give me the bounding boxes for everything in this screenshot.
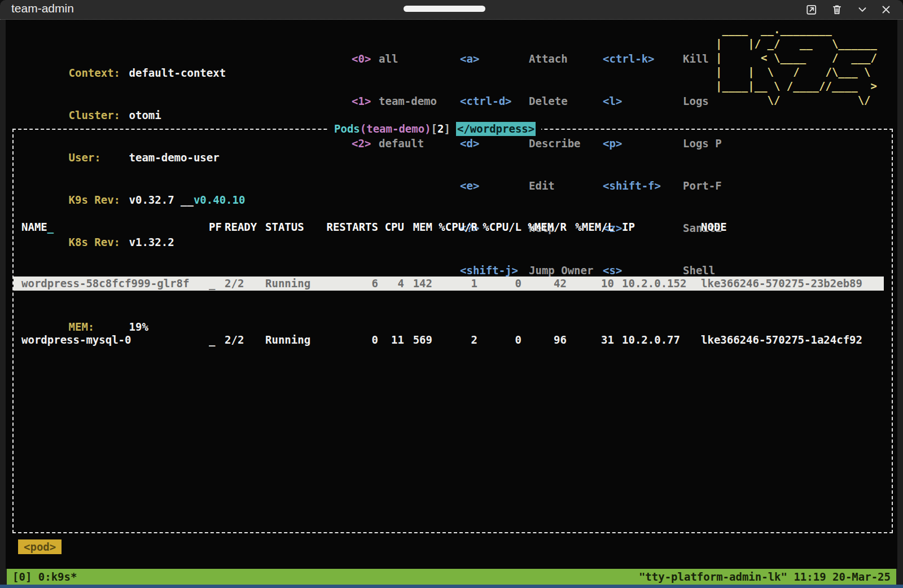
hotkey-key: <l>: [603, 94, 683, 108]
filter-badge: </wordpress>: [456, 122, 536, 136]
col-header-cpu: CPU: [378, 220, 404, 234]
pod-count: 2: [437, 122, 444, 136]
info-label: Cluster:: [69, 108, 129, 122]
pod-name: wordpress-58c8fcf999-glr8f: [14, 277, 209, 291]
k9s-terminal[interactable]: Context:default-context Cluster:otomi Us…: [6, 20, 897, 569]
col-header-cpu-l: %CPU/L: [477, 220, 521, 234]
info-value: default-context: [129, 67, 226, 79]
hotkey-row: <0>all: [352, 52, 437, 66]
hotkey-key: <ctrl-d>: [460, 94, 529, 108]
bottom-edge-strip: [0, 585, 903, 588]
col-header-cpu-r: %CPU/R: [432, 220, 477, 234]
pod-node: lke366246-570275-1a24cf92: [701, 333, 884, 347]
tmux-status-bar: [0] 0:k9s* "tty-platform-admin-lk" 11:19…: [7, 569, 896, 585]
hotkey-row: <a>Attach: [460, 52, 593, 66]
info-row-cluster: Cluster:otomi: [17, 94, 245, 108]
col-header-pf: PF: [209, 220, 225, 234]
hotkey-row: <ctrl-d>Delete: [460, 94, 593, 108]
col-header-mem-l: %MEM/L: [567, 220, 614, 234]
pod-ip: 10.2.0.152: [614, 277, 701, 291]
hotkey-label: Kill: [683, 52, 709, 65]
hotkey-label: Logs: [683, 95, 709, 107]
trash-icon[interactable]: [831, 3, 843, 16]
close-icon[interactable]: [880, 3, 892, 16]
breadcrumb: Pods(team-demo)[2] </wordpress>: [328, 122, 541, 136]
hotkey-label: team-demo: [379, 95, 437, 107]
info-value: otomi: [129, 109, 161, 121]
resource-name: Pods: [334, 122, 360, 136]
tmux-host-time: "tty-platform-admin-lk" 11:19 20-Mar-25: [639, 569, 891, 585]
pod-status: Running: [265, 277, 324, 291]
pods-table-box: Pods(team-demo)[2] </wordpress> NAME_ PF…: [12, 129, 893, 533]
open-in-new-icon[interactable]: [805, 3, 818, 16]
namespace-name: (team-demo): [360, 122, 431, 136]
terminal-window: team-admin Context:default-context Clust…: [0, 0, 903, 588]
hotkey-label: Delete: [529, 95, 568, 107]
hotkey-row: <ctrl-k>Kill: [603, 52, 722, 66]
pod-crumb-badge: <pod>: [18, 539, 62, 554]
pod-ip: 10.2.0.77: [614, 333, 701, 347]
window-title: team-admin: [11, 2, 74, 15]
table-row[interactable]: wordpress-mysql-0 _ 2/2 Running 0 11 569…: [14, 333, 884, 347]
window-titlebar: team-admin: [0, 0, 903, 20]
table-row-selected[interactable]: wordpress-58c8fcf999-glr8f _ 2/2 Running…: [14, 277, 884, 291]
info-row-context: Context:default-context: [17, 52, 245, 66]
col-header-name: NAME_: [14, 220, 209, 234]
hotkey-key: <ctrl-k>: [603, 52, 683, 66]
col-header-ready: READY: [225, 220, 265, 234]
pods-table: NAME_ PF READY STATUS RESTARTS CPU MEM %…: [14, 186, 892, 375]
chevron-down-icon[interactable]: [856, 3, 869, 16]
hotkey-key: <1>: [352, 94, 379, 108]
col-header-ip: IP: [614, 220, 701, 234]
col-header-restarts: RESTARTS: [324, 220, 378, 234]
hotkey-row: <1>team-demo: [352, 94, 437, 108]
info-label: Context:: [69, 66, 129, 80]
pod-status: Running: [265, 333, 324, 347]
k9s-ascii-logo: ____ __.________| |/ _/ __ \______| < \_…: [716, 23, 877, 107]
col-header-mem-r: %MEM/R: [521, 220, 567, 234]
col-header-node: NODE: [701, 220, 884, 234]
hotkey-key: <a>: [460, 52, 529, 66]
pod-node: lke366246-570275-23b2eb89: [701, 277, 884, 291]
col-header-mem: MEM: [404, 220, 432, 234]
sort-indicator: _: [47, 221, 54, 233]
table-header-row: NAME_ PF READY STATUS RESTARTS CPU MEM %…: [14, 220, 884, 234]
tmux-session-info: [0] 0:k9s*: [12, 569, 77, 585]
hotkey-label: all: [379, 52, 398, 65]
hotkey-label: Attach: [529, 52, 568, 65]
col-header-status: STATUS: [265, 220, 324, 234]
hotkey-key: <0>: [352, 52, 379, 66]
hotkey-row: <l>Logs: [603, 94, 722, 108]
pod-name: wordpress-mysql-0: [14, 333, 209, 347]
window-drag-handle[interactable]: [404, 6, 485, 12]
